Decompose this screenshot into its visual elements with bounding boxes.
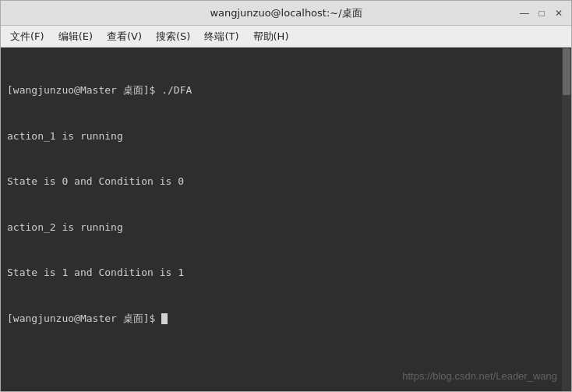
scrollbar-thumb[interactable]	[563, 48, 570, 95]
watermark: https://blog.csdn.net/Leader_wang	[402, 370, 557, 382]
menu-terminal[interactable]: 终端(T)	[198, 27, 245, 46]
close-button[interactable]: ✕	[553, 7, 565, 19]
title-bar-controls: — □ ✕	[518, 7, 565, 19]
terminal-window: wangjunzuo@localhost:~/桌面 — □ ✕ 文件(F) 编辑…	[0, 0, 572, 392]
prompt-text-6: [wangjunzuo@Master 桌面]$	[7, 313, 161, 324]
terminal-area[interactable]: [wangjunzuo@Master 桌面]$ ./DFA action_1 i…	[1, 48, 571, 391]
title-bar: wangjunzuo@localhost:~/桌面 — □ ✕	[1, 1, 571, 26]
terminal-line-1: [wangjunzuo@Master 桌面]$ ./DFA	[7, 83, 565, 98]
scrollbar[interactable]	[562, 48, 571, 391]
menu-bar: 文件(F) 编辑(E) 查看(V) 搜索(S) 终端(T) 帮助(H)	[1, 26, 571, 48]
minimize-button[interactable]: —	[518, 7, 531, 19]
cursor	[161, 313, 168, 324]
maximize-button[interactable]: □	[535, 7, 548, 19]
terminal-line-6: [wangjunzuo@Master 桌面]$	[7, 311, 565, 327]
terminal-line-3: State is 0 and Condition is 0	[7, 174, 565, 189]
menu-search[interactable]: 搜索(S)	[150, 27, 196, 46]
window-title: wangjunzuo@localhost:~/桌面	[54, 6, 518, 20]
terminal-line-4: action_2 is running	[7, 220, 565, 235]
terminal-content: [wangjunzuo@Master 桌面]$ ./DFA action_1 i…	[7, 52, 565, 356]
terminal-line-5: State is 1 and Condition is 1	[7, 265, 565, 281]
menu-view[interactable]: 查看(V)	[101, 27, 148, 46]
terminal-line-2: action_1 is running	[7, 129, 565, 144]
menu-file[interactable]: 文件(F)	[4, 27, 51, 46]
menu-edit[interactable]: 编辑(E)	[52, 27, 99, 46]
menu-help[interactable]: 帮助(H)	[247, 27, 295, 46]
